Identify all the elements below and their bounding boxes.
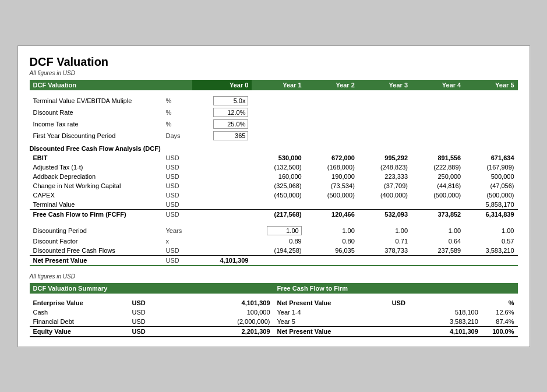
- dcf-row-label: Addback Depreciation: [30, 172, 163, 181]
- sum-right-pct: 12.6%: [482, 308, 518, 317]
- header-year0: Year 0: [192, 80, 252, 90]
- header-label: DCF Valuation: [30, 80, 163, 90]
- dcf-main-table: DCF Valuation Year 0 Year 1 Year 2 Year …: [30, 80, 518, 266]
- summary-left-panel: Enterprise Value USD 4,101,309 Cash USD …: [30, 294, 274, 337]
- tax-label: Income Tax rate: [30, 118, 163, 130]
- spacer-row-3: [30, 219, 518, 225]
- summary-section: All figures in USD DCF Valuation Summary…: [30, 273, 518, 337]
- summary-left-row: Financial Debt USD (2,000,000): [30, 317, 274, 327]
- dcf-row-unit: USD: [163, 190, 192, 200]
- tax-value: 25.0%: [192, 118, 252, 130]
- dcf-row: Adjusted Tax (1-t) USD (132,500) (168,00…: [30, 163, 518, 172]
- dr-value: 12.0%: [192, 107, 252, 118]
- dcf-row-label: Free Cash Flow to Firm (FCFF): [30, 209, 163, 219]
- tv-label: Terminal Value EV/EBITDA Muliple: [30, 95, 163, 107]
- disc-row-unit: x: [163, 236, 192, 246]
- header-year3: Year 3: [358, 80, 411, 90]
- summary-right-row: Net Present Value USD %: [274, 298, 518, 308]
- sum-right-label: Net Present Value: [274, 326, 389, 337]
- disc-row-label: Discount Factor: [30, 236, 163, 246]
- summary-right-row: Net Present Value 4,101,309 100.0%: [274, 326, 518, 337]
- summary-right-row: Year 1-4 518,100 12.6%: [274, 308, 518, 317]
- summary-left-row: Enterprise Value USD 4,101,309: [30, 298, 274, 308]
- header-year1: Year 1: [252, 80, 305, 90]
- summary-header-row: DCF Valuation Summary Free Cash Flow to …: [30, 283, 518, 294]
- sum-right-value: [424, 298, 482, 308]
- dcf-row-label: Change in Net Working Capital: [30, 181, 163, 190]
- assumption-dr-row: Discount Rate % 12.0%: [30, 107, 518, 118]
- disc-row-label: Discounting Period: [30, 225, 163, 236]
- disc-row-unit: USD: [163, 255, 192, 265]
- spacer-row-2: Discounted Free Cash Flow Analysis (DCF): [30, 142, 518, 153]
- summary-subtitle: All figures in USD: [30, 273, 518, 280]
- sum-left-value: 2,201,309: [152, 326, 274, 337]
- sum-right-value: 3,583,210: [424, 317, 482, 327]
- disc-row-label: Discounted Free Cash Flows: [30, 246, 163, 256]
- summary-body: Enterprise Value USD 4,101,309 Cash USD …: [30, 294, 518, 337]
- sum-right-unit: [389, 317, 425, 327]
- dcf-row: EBIT USD 530,000 672,000 995,292 891,556…: [30, 153, 518, 163]
- sum-right-label: Year 1-4: [274, 308, 389, 317]
- summary-right-panel: Net Present Value USD % Year 1-4 518,100…: [274, 294, 518, 337]
- discounting-row: Discounted Free Cash Flows USD (194,258)…: [30, 246, 518, 256]
- dcf-row-unit: USD: [163, 200, 192, 210]
- dcf-row-unit: USD: [163, 153, 192, 163]
- sum-right-label: Net Present Value: [274, 298, 389, 308]
- sum-left-label: Enterprise Value: [30, 298, 129, 308]
- sum-right-label: Year 5: [274, 317, 389, 327]
- dcf-row: CAPEX USD (450,000) (500,000) (400,000) …: [30, 190, 518, 200]
- discounting-row: Discounting Period Years 1.00 1.00 1.00 …: [30, 225, 518, 236]
- header-year2: Year 2: [305, 80, 358, 90]
- dcf-row: Addback Depreciation USD 160,000 190,000…: [30, 172, 518, 181]
- dcf-row: Terminal Value USD 5,858,170: [30, 200, 518, 210]
- sum-left-value: 100,000: [152, 308, 274, 317]
- fy-value: 365: [192, 130, 252, 142]
- sum-right-value: 518,100: [424, 308, 482, 317]
- summary-left-row: Equity Value USD 2,201,309: [30, 326, 274, 337]
- summary-header-table: DCF Valuation Summary Free Cash Flow to …: [30, 283, 518, 294]
- assumption-tax-row: Income Tax rate % 25.0%: [30, 118, 518, 130]
- sum-left-label: Equity Value: [30, 326, 129, 337]
- sum-left-label: Financial Debt: [30, 317, 129, 327]
- dcf-row: Change in Net Working Capital USD (325,0…: [30, 181, 518, 190]
- assumption-tv-row: Terminal Value EV/EBITDA Muliple % 5.0x: [30, 95, 518, 107]
- tax-unit: %: [163, 118, 192, 130]
- fy-label: First Year Discounting Period: [30, 130, 163, 142]
- sum-left-value: 4,101,309: [152, 298, 274, 308]
- dcf-row-unit: USD: [163, 181, 192, 190]
- spacer-row-1: [30, 90, 518, 95]
- sum-left-unit: USD: [129, 308, 152, 317]
- sum-right-value: 4,101,309: [424, 326, 482, 337]
- dcf-row-unit: USD: [163, 209, 192, 219]
- sum-left-label: Cash: [30, 308, 129, 317]
- assumption-fy-row: First Year Discounting Period Days 365: [30, 130, 518, 142]
- tv-value: 5.0x: [192, 95, 252, 107]
- sum-right-pct: 100.0%: [482, 326, 518, 337]
- dcf-row-unit: USD: [163, 163, 192, 172]
- sum-left-unit: USD: [129, 298, 152, 308]
- header-year5: Year 5: [464, 80, 517, 90]
- tv-unit: %: [163, 95, 192, 107]
- dr-unit: %: [163, 107, 192, 118]
- page-title: DCF Valuation: [30, 55, 518, 69]
- sum-left-unit: USD: [129, 326, 152, 337]
- summary-header-right: Free Cash Flow to Firm: [274, 283, 518, 294]
- page-subtitle: All figures in USD: [30, 70, 518, 76]
- summary-left-row: Cash USD 100,000: [30, 308, 274, 317]
- summary-header-left: DCF Valuation Summary: [30, 283, 274, 294]
- dcf-section-header: Discounted Free Cash Flow Analysis (DCF): [30, 145, 161, 152]
- sum-right-pct: 87.4%: [482, 317, 518, 327]
- dcf-row-label: Terminal Value: [30, 200, 163, 210]
- summary-right-row: Year 5 3,583,210 87.4%: [274, 317, 518, 327]
- disc-row-unit: USD: [163, 246, 192, 256]
- disc-row-unit: Years: [163, 225, 192, 236]
- sum-right-unit: [389, 326, 425, 337]
- sum-left-unit: USD: [129, 317, 152, 327]
- sum-right-pct: %: [482, 298, 518, 308]
- dr-label: Discount Rate: [30, 107, 163, 118]
- fy-unit: Days: [163, 130, 192, 142]
- header-year4: Year 4: [411, 80, 464, 90]
- main-page: DCF Valuation All figures in USD DCF Val…: [17, 45, 530, 347]
- discounting-row: Net Present Value USD 4,101,309: [30, 255, 518, 265]
- dcf-row: Free Cash Flow to Firm (FCFF) USD (217,5…: [30, 209, 518, 219]
